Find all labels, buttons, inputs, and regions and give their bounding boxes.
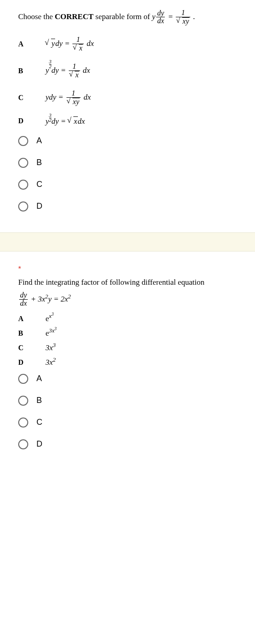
q1-stem-bold: CORRECT <box>55 12 93 21</box>
q1-stem-eq: ydydx = 1xy . <box>152 12 195 21</box>
q1-item-b-label: B <box>18 67 46 75</box>
q2-item-c-label: C <box>18 344 46 352</box>
q1-stem-prefix: Choose the <box>18 12 55 21</box>
q2-stem: Find the integrating factor of following… <box>18 278 237 287</box>
q2-option-d-label: D <box>36 439 42 449</box>
q2-option-b-label: B <box>36 396 42 405</box>
q2-option-a-label: A <box>36 374 42 383</box>
q1-stem-suffix: separable form of <box>93 12 152 21</box>
q2-eq: dydx + 3x2y = 2x2 <box>18 292 237 308</box>
q2-item-c-eq: 3x3 <box>46 343 56 352</box>
q2-option-c-label: C <box>36 418 42 427</box>
q2-item-c: C 3x3 <box>18 343 237 352</box>
radio-icon <box>18 136 28 146</box>
radio-icon <box>18 396 28 406</box>
q2-options: A B C D <box>18 374 237 449</box>
q1-item-d-label: D <box>18 117 46 125</box>
section-divider <box>0 232 255 252</box>
q1-option-c-label: C <box>36 180 42 189</box>
q2-item-d-label: D <box>18 358 46 367</box>
radio-icon <box>18 374 28 384</box>
q1-item-c-label: C <box>18 94 46 102</box>
radio-icon <box>18 180 28 190</box>
radio-icon <box>18 439 28 449</box>
q1-option-b-label: B <box>36 158 42 167</box>
q1-item-c: C ydy = 1xy dx <box>18 90 237 106</box>
q2-item-a-label: A <box>18 315 46 323</box>
q1-option-b[interactable]: B <box>18 158 237 168</box>
q2-item-d-eq: 3x2 <box>46 358 56 367</box>
q1-item-a-eq: ydy = 1x dx <box>46 36 94 53</box>
q1-stem: Choose the CORRECT separable form of ydy… <box>18 9 237 26</box>
q1-options: A B C D <box>18 136 237 211</box>
question-2: Find the integrating factor of following… <box>0 278 255 470</box>
q2-option-d[interactable]: D <box>18 439 237 449</box>
q1-option-a[interactable]: A <box>18 136 237 146</box>
q2-option-a[interactable]: A <box>18 374 237 384</box>
q1-item-a-label: A <box>18 40 46 48</box>
q2-item-b-label: B <box>18 329 46 337</box>
q1-item-d-eq: y32dy = xdx <box>46 116 85 126</box>
q1-item-b: B y32dy = 1x dx <box>18 63 237 80</box>
q1-option-d[interactable]: D <box>18 201 237 211</box>
radio-icon <box>18 201 28 211</box>
q2-item-a: A ex3 <box>18 314 237 323</box>
q1-item-a: A ydy = 1x dx <box>18 36 237 53</box>
q2-item-b: B e3x3 <box>18 329 237 338</box>
required-marker: * <box>0 252 255 278</box>
question-1: Choose the CORRECT separable form of ydy… <box>0 0 255 232</box>
q2-item-b-eq: e3x3 <box>46 329 56 338</box>
q1-item-d: D y32dy = xdx <box>18 116 237 126</box>
q1-option-d-label: D <box>36 201 42 211</box>
q1-item-b-eq: y32dy = 1x dx <box>46 63 90 80</box>
q2-option-b[interactable]: B <box>18 396 237 406</box>
q1-option-a-label: A <box>36 136 42 146</box>
q2-item-d: D 3x2 <box>18 358 237 367</box>
radio-icon <box>18 418 28 428</box>
radio-icon <box>18 158 28 168</box>
q2-item-a-eq: ex3 <box>46 314 54 323</box>
q1-option-c[interactable]: C <box>18 180 237 190</box>
q2-option-c[interactable]: C <box>18 418 237 428</box>
q1-item-c-eq: ydy = 1xy dx <box>46 90 91 106</box>
